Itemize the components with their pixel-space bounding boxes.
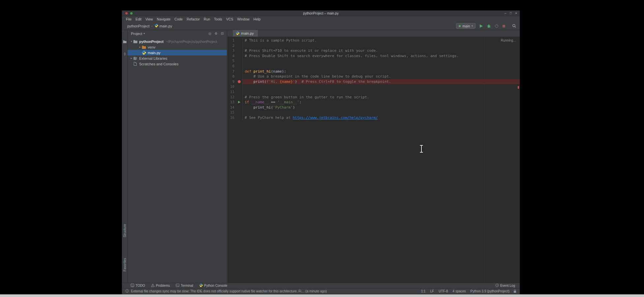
code-line[interactable]: 15	[228, 110, 520, 115]
titlebar-close-dot[interactable]	[125, 12, 128, 15]
gutter-cell[interactable]: 7	[228, 69, 243, 74]
tree-item-external-libraries[interactable]: ▸External Libraries	[128, 55, 227, 61]
title-bar[interactable]: pythonProject – main.py –□×	[122, 11, 520, 16]
code-link[interactable]: https://www.jetbrains.com/help/pycharm/	[293, 116, 378, 120]
menu-item-help[interactable]: Help	[252, 17, 263, 21]
status-widget-interpreter[interactable]: Python 3.9 (pythonProject)	[471, 289, 509, 293]
commit-toolwindow-icon[interactable]	[123, 51, 127, 57]
menu-item-vcs[interactable]: VCS	[224, 17, 235, 21]
gutter-cell[interactable]: 1	[228, 38, 243, 43]
code-line[interactable]: 11	[228, 89, 520, 95]
gutter-cell[interactable]: 4	[228, 53, 243, 59]
event-log-label: Event Log	[500, 284, 515, 287]
gutter-cell[interactable]: 2	[228, 43, 243, 49]
code-line[interactable]: 6	[228, 64, 520, 69]
project-panel-header[interactable]: Project ▾ ◎⚙⊟	[128, 30, 227, 37]
status-widget-caret-position[interactable]: 1:1	[421, 289, 426, 293]
code-line[interactable]: 5	[228, 58, 520, 64]
code-line[interactable]: 13if __name__ == '__main__':	[228, 100, 520, 105]
gutter-cell[interactable]: 6	[228, 64, 243, 69]
maximize-button[interactable]: □	[510, 12, 511, 15]
gutter-cell[interactable]: 13	[228, 100, 243, 105]
toolwindow-button-event-log[interactable]: Event Log	[495, 283, 520, 288]
tree-item-venv[interactable]: ▸venv	[128, 44, 227, 50]
toolwindow-label: Python Console	[204, 284, 228, 287]
menu-item-window[interactable]: Window	[235, 17, 251, 21]
code-line[interactable]: 4# Press Double Shift to search everywhe…	[228, 53, 520, 59]
search-everywhere-button[interactable]	[512, 24, 516, 28]
code-text: # Press Double Shift to search everywher…	[243, 53, 520, 59]
code-line[interactable]: 3# Press Shift+F10 to execute it or repl…	[228, 48, 520, 53]
left-tool-strip: Structure Favorites	[122, 30, 128, 283]
code-text	[243, 110, 520, 115]
menu-item-view[interactable]: View	[143, 17, 155, 21]
run-configuration-select[interactable]: main ▾	[456, 23, 475, 29]
code-line[interactable]: 14 print_hi('PyCharm')	[228, 105, 520, 110]
gutter-cell[interactable]: 15	[228, 110, 243, 115]
tree-item-label: venv	[148, 45, 155, 49]
code-line[interactable]: 8 # Use a breakpoint in the code line be…	[228, 74, 520, 79]
code-editor[interactable]: 1# This is a sample Python script.23# Pr…	[228, 37, 520, 283]
code-area[interactable]: 1# This is a sample Python script.23# Pr…	[228, 37, 520, 120]
gutter-cell[interactable]: 5	[228, 58, 243, 64]
code-line[interactable]: 16# See PyCharm help at https://www.jetb…	[228, 115, 520, 120]
toolwindow-bar-left: TODOProblemsTerminalPython Console	[131, 283, 233, 288]
error-stripe-mark[interactable]	[518, 86, 519, 89]
toolwindow-button-problems[interactable]: Problems	[151, 283, 170, 288]
run-button[interactable]	[479, 24, 483, 28]
readonly-lock-icon[interactable]	[513, 289, 516, 293]
toolwindow-button-python-console[interactable]: Python Console	[199, 283, 228, 288]
status-message[interactable]: External file changes sync may be slow: …	[125, 289, 327, 293]
breadcrumb-project[interactable]: pythonProject	[127, 24, 149, 28]
tree-item-scratches-and-consoles[interactable]: Scratches and Consoles	[128, 61, 227, 67]
gutter-cell[interactable]: 9	[228, 79, 243, 84]
hide-icon[interactable]: ⊟	[221, 32, 224, 35]
menu-item-run[interactable]: Run	[202, 17, 212, 21]
toolwindow-button-todo[interactable]: TODO	[131, 283, 145, 288]
gutter-cell[interactable]: 12	[228, 95, 243, 100]
project-panel: Project ▾ ◎⚙⊟ ▾pythonProject~/PycharmPro…	[128, 30, 227, 283]
menu-item-refactor[interactable]: Refactor	[185, 17, 202, 21]
locate-icon[interactable]: ◎	[208, 32, 211, 35]
chevron-down-icon[interactable]: ▾	[130, 40, 133, 43]
status-widget-indent[interactable]: 4 spaces	[453, 289, 466, 293]
status-widget-encoding[interactable]: UTF-8	[439, 289, 448, 293]
gutter-cell[interactable]: 11	[228, 89, 243, 95]
minimize-button[interactable]: –	[505, 12, 506, 15]
code-line[interactable]: 12# Press the green button in the gutter…	[228, 95, 520, 100]
toolwindow-button-structure[interactable]: Structure	[123, 224, 127, 238]
menu-item-navigate[interactable]: Navigate	[155, 17, 172, 21]
code-line[interactable]: 10	[228, 84, 520, 89]
gutter-cell[interactable]: 8	[228, 74, 243, 79]
debug-button[interactable]	[487, 24, 491, 28]
breakpoint-icon[interactable]	[238, 80, 241, 83]
toolwindow-button-favorites[interactable]: Favorites	[123, 258, 127, 271]
menu-item-file[interactable]: File	[124, 17, 134, 21]
breadcrumb-file[interactable]: main.py	[155, 24, 172, 28]
code-line[interactable]: 1# This is a sample Python script.	[228, 38, 520, 43]
gutter-cell[interactable]: 3	[228, 48, 243, 53]
profiler-button[interactable]	[495, 24, 499, 28]
gutter-cell[interactable]: 16	[228, 115, 243, 120]
run-gutter-icon[interactable]	[238, 101, 241, 104]
toolwindow-button-terminal[interactable]: Terminal	[176, 283, 193, 288]
settings-icon[interactable]: ⚙	[215, 32, 218, 35]
code-line[interactable]: 7def print_hi(name):	[228, 69, 520, 74]
project-toolwindow-icon[interactable]	[123, 39, 127, 45]
code-line[interactable]: 2	[228, 43, 520, 49]
code-line[interactable]: 9 print(f'Hi, {name}') # Press Ctrl+F8 t…	[228, 79, 520, 84]
editor-tab-main-py[interactable]: main.py	[233, 30, 258, 37]
status-widget-line-separator[interactable]: LF	[430, 289, 434, 293]
menu-item-tools[interactable]: Tools	[212, 17, 224, 21]
chevron-right-icon[interactable]: ▸	[130, 57, 133, 60]
gutter-cell[interactable]: 14	[228, 105, 243, 110]
gutter-cell[interactable]: 10	[228, 84, 243, 89]
menu-item-code[interactable]: Code	[172, 17, 185, 21]
tree-item-pythonproject[interactable]: ▾pythonProject~/PycharmProjects/pythonPr…	[128, 39, 227, 44]
tree-item-main-py[interactable]: main.py	[128, 50, 227, 55]
menu-item-edit[interactable]: Edit	[134, 17, 143, 21]
stop-button[interactable]	[502, 24, 506, 28]
chevron-right-icon[interactable]: ▸	[138, 46, 142, 49]
titlebar-app-dot[interactable]	[130, 12, 133, 15]
close-button[interactable]: ×	[515, 12, 517, 15]
